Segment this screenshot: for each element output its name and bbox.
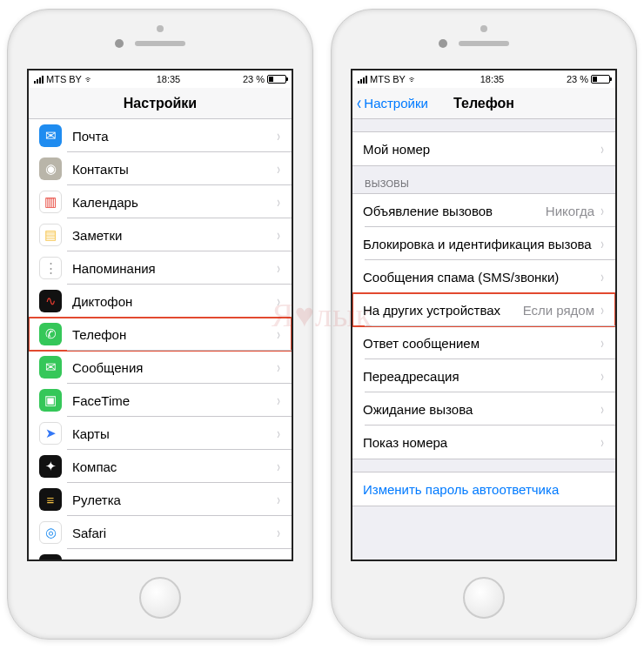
row-label: Акции (72, 559, 276, 560)
row-label: Диктофон (72, 294, 276, 309)
chevron-right-icon: › (277, 557, 280, 560)
change-voicemail-password-link[interactable]: Изменить пароль автоответчика (352, 472, 615, 506)
chevron-right-icon: › (600, 400, 604, 419)
row-label: Календарь (72, 195, 276, 210)
screen-right: MTS BY ᯤ 18:35 23 % ‹ Настройки Телефон … (351, 69, 617, 561)
app-icon: ▥ (39, 191, 62, 213)
app-icon: ➤ (39, 422, 62, 445)
settings-row-facetime[interactable]: ▣FaceTime› (29, 384, 292, 417)
settings-row-safari[interactable]: ◎Safari› (29, 516, 292, 549)
chevron-right-icon: › (277, 226, 280, 245)
settings-row-карты[interactable]: ➤Карты› (29, 417, 292, 450)
settings-row-компас[interactable]: ✦Компас› (29, 450, 292, 483)
row-label: Напоминания (72, 261, 276, 276)
settings-row[interactable]: Ожидание вызова› (352, 392, 615, 426)
battery-percent: 23 % (567, 74, 588, 84)
settings-row-почта[interactable]: ✉Почта› (29, 119, 292, 152)
row-label: Сообщения спама (SMS/звонки) (363, 270, 600, 285)
app-icon: ✉ (39, 124, 62, 147)
settings-row-акции[interactable]: ≋Акции› (29, 549, 292, 560)
settings-row[interactable]: Сообщения спама (SMS/звонки)› (352, 260, 615, 293)
row-label: Заметки (72, 228, 276, 243)
home-button[interactable] (463, 577, 505, 619)
settings-row[interactable]: Показ номера› (352, 426, 615, 459)
nav-bar-right: ‹ Настройки Телефон (352, 88, 615, 119)
settings-row-телефон[interactable]: ✆Телефон› (29, 318, 292, 351)
row-label: Safari (72, 526, 276, 540)
row-label: Изменить пароль автоответчика (363, 482, 605, 497)
status-bar: MTS BY ᯤ 18:35 23 % (352, 70, 615, 88)
settings-row[interactable]: На других устройствахЕсли рядом› (352, 293, 615, 326)
chevron-right-icon: › (277, 259, 280, 278)
settings-row-диктофон[interactable]: ∿Диктофон› (29, 285, 292, 318)
chevron-right-icon: › (600, 367, 604, 385)
row-value: Если рядом (523, 303, 594, 318)
app-icon: ⋮ (39, 257, 62, 279)
chevron-right-icon: › (277, 292, 280, 311)
chevron-right-icon: › (277, 392, 280, 410)
settings-row-рулетка[interactable]: ≡Рулетка› (29, 483, 292, 516)
app-icon: ✆ (39, 323, 62, 345)
settings-row[interactable]: Блокировка и идентификация вызова› (352, 227, 615, 260)
signal-icon (34, 75, 44, 84)
row-label: Сообщения (72, 360, 276, 375)
status-bar: MTS BY ᯤ 18:35 23 % (29, 70, 292, 88)
status-time: 18:35 (480, 74, 505, 84)
chevron-right-icon: › (600, 202, 604, 220)
chevron-right-icon: › (600, 235, 604, 253)
status-time: 18:35 (157, 74, 181, 84)
chevron-right-icon: › (277, 359, 280, 377)
row-label: На других устройствах (363, 303, 523, 318)
battery-percent: 23 % (243, 74, 265, 84)
back-button[interactable]: ‹ Настройки (356, 88, 428, 118)
app-icon: ◎ (39, 521, 62, 544)
settings-row[interactable]: Мой номер› (352, 132, 615, 165)
row-label: Мой номер (363, 142, 600, 157)
settings-row[interactable]: Переадресация› (352, 359, 615, 392)
row-label: Рулетка (72, 493, 276, 507)
phone-settings-list[interactable]: Мой номер›ВЫЗОВЫОбъявление вызововНикогд… (352, 119, 615, 560)
settings-row-заметки[interactable]: ▤Заметки› (29, 218, 292, 251)
chevron-right-icon: › (277, 160, 280, 178)
battery-icon (267, 75, 286, 84)
page-title: Телефон (453, 96, 514, 111)
home-button[interactable] (139, 577, 181, 619)
row-label: Ответ сообщением (363, 336, 600, 351)
section-header-calls: ВЫЗОВЫ (352, 166, 615, 193)
row-label: Показ номера (363, 435, 600, 450)
phone-frame-left: MTS BY ᯤ 18:35 23 % Настройки ✉Почта›◉Ко… (7, 9, 313, 640)
row-label: Почта (72, 129, 276, 144)
wifi-icon: ᯤ (408, 74, 418, 84)
chevron-right-icon: › (277, 458, 280, 476)
carrier-label: MTS BY (370, 74, 406, 84)
battery-icon (591, 75, 610, 84)
settings-row[interactable]: Ответ сообщением› (352, 326, 615, 359)
app-icon: ≡ (39, 488, 62, 511)
chevron-right-icon: › (600, 301, 604, 319)
app-icon: ✉ (39, 356, 62, 379)
settings-list[interactable]: ✉Почта›◉Контакты›▥Календарь›▤Заметки›⋮На… (29, 119, 292, 560)
settings-row-контакты[interactable]: ◉Контакты› (29, 152, 292, 185)
carrier-label: MTS BY (46, 74, 82, 84)
chevron-left-icon: ‹ (357, 94, 361, 113)
settings-row-календарь[interactable]: ▥Календарь› (29, 185, 292, 218)
settings-row-напоминания[interactable]: ⋮Напоминания› (29, 251, 292, 285)
screen-left: MTS BY ᯤ 18:35 23 % Настройки ✉Почта›◉Ко… (27, 69, 293, 561)
row-label: Карты (72, 426, 276, 441)
app-icon: ✦ (39, 455, 62, 478)
back-label: Настройки (364, 96, 428, 111)
signal-icon (358, 75, 367, 84)
settings-row[interactable]: Объявление вызововНикогда› (352, 194, 615, 227)
row-label: Переадресация (363, 369, 600, 384)
settings-row-сообщения[interactable]: ✉Сообщения› (29, 351, 292, 384)
phone-top-bezel (8, 10, 312, 69)
phone-top-bezel (332, 10, 636, 69)
chevron-right-icon: › (277, 425, 280, 443)
chevron-right-icon: › (277, 193, 280, 211)
row-label: Компас (72, 459, 276, 474)
chevron-right-icon: › (277, 325, 280, 344)
row-label: FaceTime (72, 393, 276, 408)
row-label: Контакты (72, 162, 276, 177)
row-label: Телефон (72, 327, 276, 342)
row-label: Ожидание вызова (363, 402, 600, 417)
